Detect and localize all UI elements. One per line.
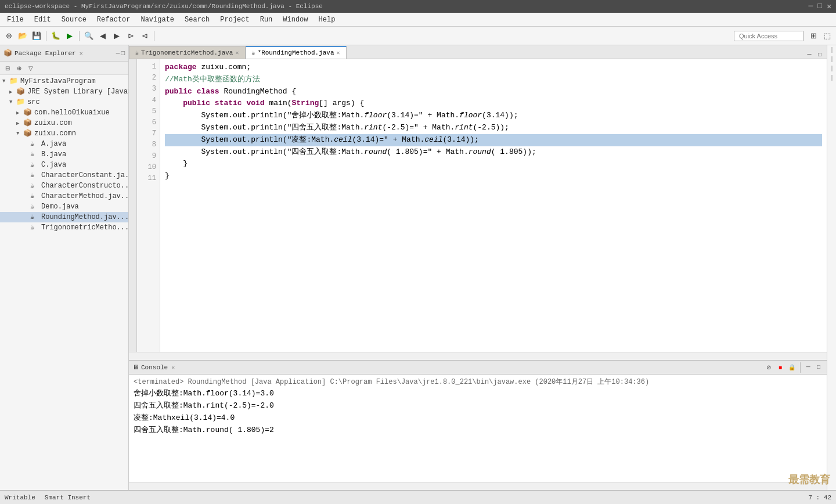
code-line[interactable]: System.out.println("凌整:Math.ceil(3.14)="… <box>165 134 822 146</box>
tree-icon: 📦 <box>23 129 33 138</box>
toolbar-new-button[interactable]: ⊕ <box>2 30 15 42</box>
tree-item[interactable]: ▶📦JRE System Library [JavaSE-... <box>0 87 128 97</box>
menu-run[interactable]: Run <box>255 15 278 25</box>
bottom-hscroll[interactable] <box>129 482 827 490</box>
tab-trigonometric[interactable]: ☕ TrigonometricMethod.java ✕ <box>129 46 246 59</box>
menu-help[interactable]: Help <box>314 15 340 25</box>
toolbar-save-button[interactable]: 💾 <box>30 30 43 42</box>
tree-item[interactable]: ▶📦com.hello01kuaixue <box>0 107 128 118</box>
package-explorer: 📦 Package Explorer ✕ ─ □ ⊟ ⊕ ▽ ▼📁MyFirst… <box>0 45 129 490</box>
menu-source[interactable]: Source <box>57 15 91 25</box>
tree-item[interactable]: ☕C.java <box>0 160 128 170</box>
titlebar-title: eclipse-workspace - MyFirstJavaProgram/s… <box>5 3 323 10</box>
code-line[interactable]: public static void main(String[] args) { <box>165 98 822 110</box>
tab-rounding-label: *RoundingMethod.java <box>258 49 334 56</box>
tree-item[interactable]: ☕TrigonometricMetho... <box>0 222 128 233</box>
code-line[interactable]: System.out.println("舍掉小数取整:Math.floor(3.… <box>165 110 822 122</box>
tree-item[interactable]: ☕RoundingMethod.jav... <box>0 212 128 222</box>
right-gutter-icon-1: | <box>827 45 836 55</box>
toolbar-forward-button[interactable]: ▶ <box>110 30 123 42</box>
pe-toolbar: ⊟ ⊕ ▽ <box>0 62 128 75</box>
right-gutter-icon-3: | <box>827 64 836 73</box>
toolbar-run-button[interactable]: ▶ <box>63 30 76 42</box>
editor-tabs-right: ─ □ <box>805 49 827 59</box>
menu-navigate[interactable]: Navigate <box>136 15 179 25</box>
pe-maximize-icon[interactable]: □ <box>121 50 125 57</box>
toolbar-next-edit-button[interactable]: ⊳ <box>124 30 137 42</box>
pe-collapse-all-button[interactable]: ⊟ <box>2 63 13 73</box>
code-content[interactable]: package zuixu.comn;//Math类中取整函数的方法public… <box>160 59 827 352</box>
menu-file[interactable]: File <box>2 15 28 25</box>
tree-item[interactable]: ☕CharacterConstant.ja... <box>0 170 128 181</box>
close-button[interactable]: ✕ <box>827 2 831 11</box>
menu-search[interactable]: Search <box>180 15 214 25</box>
line-numbers: 1234567891011 <box>137 59 160 352</box>
code-line[interactable]: //Math类中取整函数的方法 <box>165 74 822 86</box>
titlebar-controls[interactable]: ─ □ ✕ <box>809 2 831 11</box>
tree-item[interactable]: ▼📁src <box>0 97 128 107</box>
code-line[interactable]: public class RoundingMethod { <box>165 86 822 98</box>
toolbar-open-button[interactable]: 📂 <box>16 30 29 42</box>
toolbar-prev-edit-button[interactable]: ⊲ <box>138 30 151 42</box>
tree-item[interactable]: ☕A.java <box>0 139 128 149</box>
line-number: 11 <box>140 173 156 184</box>
editor-hscroll[interactable] <box>129 352 827 360</box>
console-header-left: 🖥 Console ✕ <box>132 363 175 371</box>
tree-item[interactable]: ▼📦zuixu.comn <box>0 128 128 139</box>
toolbar-perspective-button[interactable]: ⊞ <box>807 30 820 42</box>
tree-item[interactable]: ▶📦zuixu.com <box>0 118 128 128</box>
quick-access-input[interactable] <box>734 31 803 41</box>
code-line[interactable]: package zuixu.comn; <box>165 62 822 74</box>
menu-edit[interactable]: Edit <box>30 15 56 25</box>
code-line[interactable]: System.out.println("四舍五入取整:Math.round( 1… <box>165 146 822 159</box>
maximize-button[interactable]: □ <box>817 2 822 11</box>
right-panel: ☕ TrigonometricMethod.java ✕ ☕ *Rounding… <box>129 45 827 490</box>
tree-item[interactable]: ☕B.java <box>0 149 128 160</box>
toolbar-maximize-button[interactable]: ⬚ <box>821 30 834 42</box>
tree-item[interactable]: ☕CharacterConstructo... <box>0 181 128 191</box>
console-maximize-btn[interactable]: □ <box>814 362 823 372</box>
tab-trigonometric-icon: ☕ <box>135 49 139 56</box>
line-number: 3 <box>140 84 156 95</box>
toolbar-back-button[interactable]: ◀ <box>96 30 109 42</box>
tab-rounding[interactable]: ☕ *RoundingMethod.java ✕ <box>246 46 347 59</box>
menu-project[interactable]: Project <box>215 15 254 25</box>
console-clear-btn[interactable]: ⊘ <box>763 362 774 373</box>
tree-icon: 📁 <box>16 98 26 107</box>
toolbar-debug-button[interactable]: 🐛 <box>49 30 62 42</box>
tree-item[interactable]: ☕CharacterMethod.jav... <box>0 191 128 201</box>
tree-item-label: com.hello01kuaixue <box>34 109 110 117</box>
tree-item[interactable]: ▼📁MyFirstJavaProgram <box>0 76 128 87</box>
tree-item[interactable]: ☕Demo.java <box>0 201 128 212</box>
pe-view-menu-button[interactable]: ▽ <box>26 63 36 73</box>
tree-icon: ☕ <box>30 171 39 180</box>
code-line[interactable]: System.out.println("四舍五入取整:Math.rint(-2.… <box>165 122 822 134</box>
pe-header: 📦 Package Explorer ✕ ─ □ <box>0 45 128 62</box>
code-line[interactable] <box>165 182 822 195</box>
tab-rounding-close[interactable]: ✕ <box>337 49 340 56</box>
tree-item-label: JRE System Library [JavaSE-... <box>27 88 128 96</box>
tree-icon: ☕ <box>30 139 39 149</box>
console-stop-btn[interactable]: ■ <box>775 362 785 373</box>
console-output-line: 舍掉小数取整:Math.floor(3.14)=3.0 <box>134 388 822 400</box>
pe-link-button[interactable]: ⊕ <box>14 63 24 73</box>
toolbar-search-button[interactable]: 🔍 <box>82 30 95 42</box>
editor-minimize-btn[interactable]: ─ <box>805 49 814 59</box>
line-number: 8 <box>140 139 156 150</box>
tree-item-label: src <box>27 98 40 106</box>
pe-icon: 📦 <box>3 49 12 57</box>
tab-trigonometric-close[interactable]: ✕ <box>235 49 239 56</box>
editor-maximize-btn[interactable]: □ <box>815 49 824 59</box>
minimize-button[interactable]: ─ <box>809 2 813 11</box>
titlebar: eclipse-workspace - MyFirstJavaProgram/s… <box>0 0 836 13</box>
console-scroll-lock-btn[interactable]: 🔒 <box>787 362 797 373</box>
code-view[interactable]: 1234567891011 package zuixu.comn;//Math类… <box>129 59 827 352</box>
pe-minimize-icon[interactable]: ─ <box>116 50 120 57</box>
menu-refactor[interactable]: Refactor <box>92 15 135 25</box>
console-minimize-btn[interactable]: ─ <box>803 362 813 372</box>
menu-window[interactable]: Window <box>278 15 312 25</box>
code-line[interactable]: } <box>165 158 822 170</box>
toolbar-sep-3 <box>154 31 154 41</box>
code-line[interactable]: } <box>165 170 822 182</box>
pe-tree: ▼📁MyFirstJavaProgram▶📦JRE System Library… <box>0 75 128 490</box>
